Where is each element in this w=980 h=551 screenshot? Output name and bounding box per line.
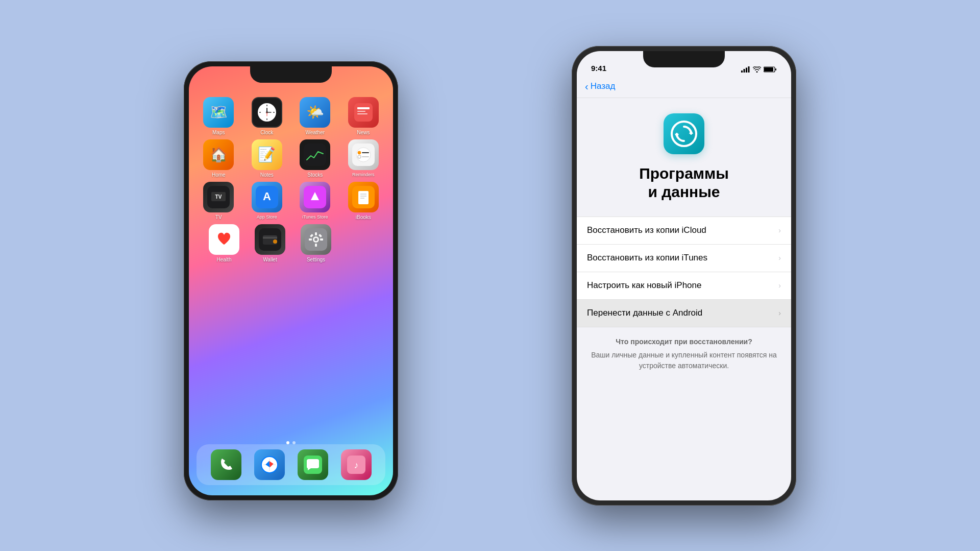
page-dot-2: [292, 441, 296, 444]
svg-rect-56: [741, 70, 743, 73]
maps-label: Maps: [212, 130, 225, 135]
app-wallet[interactable]: Wallet: [252, 224, 288, 262]
menu-item-icloud-label: Восстановить из копии iCloud: [587, 225, 706, 235]
svg-text:♪: ♪: [354, 460, 358, 470]
menu-item-itunes[interactable]: Восстановить из копии iTunes ›: [577, 245, 791, 272]
appstore-label: App Store: [257, 214, 277, 220]
menu-chevron-icon-4: ›: [778, 309, 781, 317]
news-icon: [348, 97, 379, 128]
menu-item-android-label: Перенести данные с Android: [587, 308, 702, 318]
back-label: Назад: [591, 81, 616, 91]
app-row-2: 🏠 Home 📝 Notes S: [197, 139, 385, 178]
appstore-icon: A: [252, 182, 282, 212]
app-tv[interactable]: TV TV: [200, 182, 237, 220]
left-phone: 🗺️ Maps: [184, 61, 398, 500]
info-body-text: Ваши личные данные и купленный контент п…: [587, 350, 781, 371]
svg-point-37: [273, 239, 277, 244]
stocks-icon: [300, 139, 330, 170]
app-settings[interactable]: Settings: [298, 224, 334, 262]
app-home[interactable]: 🏠 Home: [200, 139, 237, 178]
left-phone-screen: 🗺️ Maps: [189, 66, 393, 495]
app-icon-area: [577, 98, 791, 164]
app-news[interactable]: News: [345, 97, 382, 135]
menu-item-android[interactable]: Перенести данные с Android ›: [577, 300, 791, 327]
svg-rect-12: [357, 113, 368, 114]
clock-label: Clock: [260, 130, 273, 135]
right-phone-notch: [643, 51, 725, 67]
menu-chevron-icon-2: ›: [778, 254, 781, 262]
menu-item-new-label: Настроить как новый iPhone: [587, 280, 701, 291]
svg-rect-57: [744, 69, 745, 73]
svg-rect-36: [263, 237, 277, 238]
news-label: News: [357, 130, 370, 135]
weather-icon: 🌤️: [300, 97, 330, 128]
back-button[interactable]: ‹ Назад: [585, 81, 615, 92]
health-label: Health: [217, 257, 232, 262]
signal-icon: [741, 66, 750, 73]
tv-label: TV: [215, 214, 222, 220]
home-label: Home: [212, 172, 226, 178]
settings-page-title: Программыи данные: [577, 164, 791, 217]
tv-icon: TV: [203, 182, 234, 212]
itunes-label: iTunes Store: [302, 214, 328, 220]
wallet-label: Wallet: [263, 257, 277, 262]
app-row-3: TV TV A App Store: [197, 182, 385, 220]
restore-app-icon: [664, 113, 704, 154]
status-icons: [741, 66, 777, 73]
left-phone-notch: [250, 66, 332, 83]
dock-phone[interactable]: [211, 449, 241, 480]
page-title-text: Программыи данные: [639, 165, 729, 200]
app-weather[interactable]: 🌤️ Weather: [297, 97, 333, 135]
wifi-icon: [753, 66, 761, 73]
settings-label: Settings: [307, 257, 325, 262]
reminders-label: Reminders: [352, 172, 375, 177]
app-appstore[interactable]: A App Store: [249, 182, 285, 220]
app-row-1: 🗺️ Maps: [197, 97, 385, 135]
wallet-icon: [255, 224, 285, 255]
svg-rect-41: [315, 232, 317, 235]
app-health[interactable]: Health: [206, 224, 242, 262]
main-scene: 🗺️ Maps: [184, 46, 796, 506]
menu-chevron-icon-3: ›: [778, 281, 781, 290]
menu-item-new-iphone[interactable]: Настроить как новый iPhone ›: [577, 272, 791, 300]
svg-point-40: [314, 238, 317, 241]
settings-content: Программыи данные Восстановить из копии …: [577, 98, 791, 500]
ibooks-icon: [348, 182, 379, 212]
app-itunes[interactable]: iTunes Store: [297, 182, 333, 220]
right-phone-screen: 9:41: [577, 51, 791, 500]
svg-rect-61: [764, 67, 773, 71]
itunes-icon: [300, 182, 330, 212]
svg-rect-28: [358, 191, 369, 204]
svg-text:A: A: [263, 190, 271, 203]
settings-icon: [301, 224, 331, 255]
health-icon: [209, 224, 239, 255]
home-icon: 🏠: [203, 139, 234, 170]
dock-music[interactable]: ♪: [341, 449, 372, 480]
dock-safari[interactable]: [254, 449, 285, 480]
menu-list: Восстановить из копии iCloud › Восстанов…: [577, 217, 791, 327]
app-maps[interactable]: 🗺️ Maps: [200, 97, 237, 135]
ibooks-label: iBooks: [356, 214, 371, 220]
svg-rect-43: [309, 238, 312, 241]
nav-bar: ‹ Назад: [577, 76, 791, 98]
app-clock[interactable]: Clock: [249, 97, 285, 135]
notes-label: Notes: [260, 172, 274, 178]
app-notes[interactable]: 📝 Notes: [249, 139, 285, 178]
status-time: 9:41: [591, 64, 606, 73]
app-grid: 🗺️ Maps: [189, 92, 393, 268]
page-dot-1: [286, 441, 289, 444]
app-reminders[interactable]: Reminders: [345, 139, 382, 178]
app-ibooks[interactable]: iBooks: [345, 182, 382, 220]
app-row-4: Health Wallet: [197, 224, 385, 262]
svg-rect-59: [748, 66, 750, 73]
notes-icon-img: 📝: [252, 139, 282, 170]
app-stocks[interactable]: Stocks: [297, 139, 333, 178]
dock-messages[interactable]: [298, 449, 328, 480]
menu-item-icloud[interactable]: Восстановить из копии iCloud ›: [577, 217, 791, 245]
svg-rect-58: [746, 67, 747, 73]
svg-rect-62: [775, 68, 776, 70]
weather-label: Weather: [305, 130, 325, 135]
battery-icon: [764, 66, 777, 73]
maps-icon: 🗺️: [203, 97, 234, 128]
svg-point-15: [356, 148, 371, 162]
